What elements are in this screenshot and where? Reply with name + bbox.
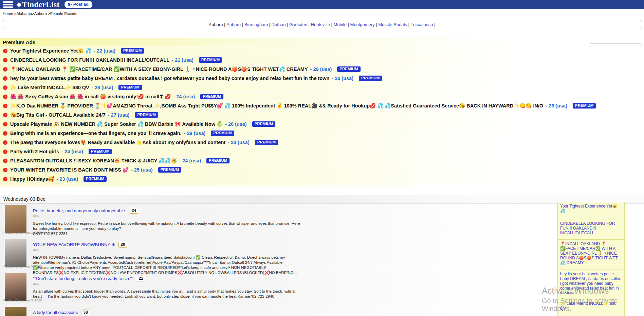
premium-ad-title[interactable]: hey its your best wettes petite baby DRE… — [10, 76, 329, 81]
separator: | — [375, 22, 379, 27]
premium-badge: PREMIUM — [572, 103, 596, 109]
sidebar-ad-box[interactable]: hey its your best wettes petite baby DRE… — [557, 270, 625, 302]
premium-ad-title[interactable]: ✨K.O Daa NUMBER 🏅 PROVIDER ⏳✨💕AMAZING Th… — [10, 103, 543, 109]
post-ad-button[interactable]: Post ad — [65, 1, 92, 8]
inline-scrollbar-track[interactable] — [589, 43, 642, 47]
premium-ad-age: - 20 (usa) — [332, 76, 353, 81]
premium-ad-row[interactable]: ↑hey its your best wettes petite baby DR… — [0, 75, 644, 82]
premium-ad-row[interactable]: ↑Being with me is an experience—one that… — [0, 130, 644, 137]
premium-ad-title[interactable]: Being with me is an experience—one that … — [10, 131, 182, 136]
age-badge: 22 — [137, 276, 145, 281]
city-link[interactable]: Huntsville — [311, 22, 330, 27]
logo-text: TinderList — [22, 0, 60, 9]
sidebar-ad-title[interactable]: CINDERELLA LOOKING FOR FUN!!! OAKLAND!!!… — [560, 221, 622, 235]
listing-item[interactable]: YOUR NEW FAVORITE SNOWBUNNY ❄20USANEW IN… — [0, 237, 644, 271]
premium-ad-title[interactable]: CINDERELLA LOOKING FOR FUN!!! OAKLAND!!!… — [10, 57, 169, 63]
premium-ad-row[interactable]: ↑📍INCALL OAKLAND 📍 ✅FACETIME/CAR ✅WITH A… — [0, 65, 644, 73]
up-arrow-icon: ↑ — [3, 131, 8, 136]
premium-ad-row[interactable]: ↑✨K.O Daa NUMBER 🏅 PROVIDER ⏳✨💕AMAZING T… — [0, 102, 644, 110]
listing-photo[interactable] — [5, 307, 26, 316]
premium-badge: PREMIUM — [88, 149, 112, 155]
premium-ad-title[interactable]: The pawg that everyone loves🦊 Ready and … — [10, 140, 225, 145]
premium-ad-title[interactable]: YOUR WINTER FAVORITE IS BACK DONT MISS 💕 — [10, 167, 129, 173]
listing-description: Asian allure with curves that speak loud… — [33, 289, 301, 299]
premium-ad-title[interactable]: Upscale Playmate 🎉 NEW NUMBER 💦 Super So… — [10, 121, 223, 127]
up-arrow-icon: ↑ — [3, 103, 8, 108]
premium-ad-title[interactable]: Your Tightest Experience Yet😼 💦 — [10, 48, 91, 54]
city-link[interactable]: Montgomery — [350, 22, 374, 27]
premium-badge: PREMIUM — [134, 112, 158, 118]
premium-ad-title[interactable]: 😘Big Tits Girl - OUTCALL Available 24/7 — [10, 112, 106, 118]
sidebar-ad-box[interactable] — [557, 314, 625, 316]
separator: | — [307, 22, 311, 27]
listing-title-row: A lady for all occasions38 — [33, 310, 644, 315]
premium-ad-row[interactable]: ↑Upscale Playmate 🎉 NEW NUMBER 💦 Super S… — [0, 120, 644, 128]
separator: | — [407, 22, 411, 27]
premium-badge: PREMIUM — [358, 75, 382, 82]
sidebar-ad-box[interactable]: 📍INCALL OAKLAND 📍 ✅FACETIME/CAR✅ WITH A … — [557, 239, 625, 272]
premium-badge: PREMIUM — [83, 176, 107, 182]
sidebar-ad-title[interactable]: ✨ Lake Merritt INCALL✨ $80 QV — [560, 301, 622, 311]
city-link[interactable]: Gadsden — [289, 22, 307, 27]
listing-title-link[interactable]: A lady for all occasions — [33, 310, 78, 315]
sidebar-ad-title[interactable]: 📍INCALL OAKLAND 📍 ✅FACETIME/CAR✅ WITH A … — [560, 241, 622, 265]
premium-ad-age: - 29 (usa) — [184, 131, 206, 136]
premium-badge: PREMIUM — [121, 48, 144, 54]
city-link[interactable]: Tuscaloosa — [410, 22, 433, 27]
country-label: USA — [33, 248, 644, 252]
site-logo[interactable]: TinderList — [16, 0, 60, 9]
premium-badge: PREMIUM — [158, 167, 182, 173]
premium-ad-row[interactable]: ↑CINDERELLA LOOKING FOR FUN!!! OAKLAND!!… — [0, 56, 644, 64]
premium-badge: PREMIUM — [199, 57, 222, 63]
hamburger-menu-icon[interactable] — [3, 1, 13, 8]
premium-ad-title[interactable]: ✨ Lake Merritt INCALL✨ $80 QV — [10, 85, 89, 91]
premium-ad-row[interactable]: ↑Party with 2 Hot girls- 24 (usa)PREMIUM — [0, 148, 644, 155]
city-link[interactable]: Dothan — [272, 22, 286, 27]
premium-ad-row[interactable]: ↑YOUR WINTER FAVORITE IS BACK DONT MISS … — [0, 166, 644, 174]
premium-ad-age: - 23 (usa) — [228, 140, 250, 145]
sidebar-ad-title[interactable]: Your Tightest Experience Yet😼 💦 — [560, 204, 622, 213]
listing-title-link[interactable]: YOUR NEW FAVORITE SNOWBUNNY ❄ — [33, 242, 115, 247]
premium-ad-row[interactable]: ↑The pawg that everyone loves🦊 Ready and… — [0, 139, 644, 146]
premium-ad-age: - 28 (usa) — [92, 85, 113, 90]
up-arrow-icon: ↑ — [3, 167, 8, 173]
city-link[interactable]: Muscle Shoals — [378, 22, 407, 27]
premium-ad-title[interactable]: Happy HOlidays🥰 — [10, 176, 54, 182]
sidebar-ad-box[interactable]: ✨ Lake Merritt INCALL✨ $80 QV... — [557, 299, 625, 316]
premium-ad-title[interactable]: PLEASANTON OUTCALLS !! SEXY KOREAN😻 THIC… — [10, 158, 177, 164]
city-link[interactable]: Mobile — [333, 22, 346, 27]
premium-ad-row[interactable]: ↑PLEASANTON OUTCALLS !! SEXY KOREAN😻 THI… — [0, 157, 644, 164]
listing-photo[interactable] — [5, 273, 26, 301]
premium-ad-row[interactable]: ↑Happy HOlidays🥰- 23 (usa)PREMIUM — [0, 175, 644, 183]
premium-ad-title[interactable]: 📍INCALL OAKLAND 📍 ✅FACETIME/CAR ✅WITH A … — [10, 66, 308, 72]
listing-item[interactable]: A lady for all occasions38USA — [0, 305, 644, 316]
separator: | — [330, 22, 334, 27]
listing-title-row: Petite, brunette, and dangerously unforg… — [33, 208, 644, 214]
city-link[interactable]: Birmingham — [244, 22, 268, 27]
premium-ad-title[interactable]: Party with 2 Hot girls — [10, 149, 59, 154]
listing-item[interactable]: ""Don't stare too long... unless you're … — [0, 271, 644, 305]
up-arrow-icon: ↑ — [3, 149, 8, 154]
posted-date: Posted: December 3, 2025 — [3, 298, 42, 302]
breadcrumb[interactable]: Home >Alabama>Auburn >Female Escorts — [0, 9, 644, 18]
sidebar-ad-box[interactable]: Your Tightest Experience Yet😼 💦... — [557, 202, 625, 220]
premium-ad-age: - 22 (usa) — [94, 48, 115, 54]
age-badge: 38 — [81, 310, 90, 315]
premium-ad-row[interactable]: ↑Your Tightest Experience Yet😼 💦- 22 (us… — [0, 47, 644, 55]
sidebar-ad-box[interactable]: CINDERELLA LOOKING FOR FUN!!! OAKLAND!!!… — [557, 219, 625, 242]
premium-ad-row[interactable]: ↑😘Big Tits Girl - OUTCALL Available 24/7… — [0, 111, 644, 119]
listing-title-link[interactable]: Petite, brunette, and dangerously unforg… — [33, 208, 126, 213]
sidebar-ad-title[interactable]: hey its your best wettes petite baby DRE… — [560, 272, 622, 295]
premium-ad-age: - 24 (usa) — [179, 158, 201, 163]
age-badge: 24 — [130, 208, 138, 214]
premium-ad-row[interactable]: ↑🌺 🌺 Sexy CuRvy Asian 🌺 🌺 in call 🍑 visi… — [0, 93, 644, 100]
premium-ad-title[interactable]: 🌺 🌺 Sexy CuRvy Asian 🌺 🌺 in call 🍑 visit… — [10, 94, 171, 100]
listing-contact: SKYE702-577-2251 — [33, 231, 644, 236]
listing-photo[interactable] — [5, 205, 26, 233]
listing-title-link[interactable]: ""Don't stare too long... unless you're … — [33, 276, 133, 281]
premium-ad-row[interactable]: ↑✨ Lake Merritt INCALL✨ $80 QV- 28 (usa)… — [0, 84, 644, 91]
city-link[interactable]: Auburn — [226, 22, 241, 27]
listing-item[interactable]: Petite, brunette, and dangerously unforg… — [0, 203, 644, 237]
separator: | — [268, 22, 272, 27]
listing-photo[interactable] — [5, 239, 26, 267]
